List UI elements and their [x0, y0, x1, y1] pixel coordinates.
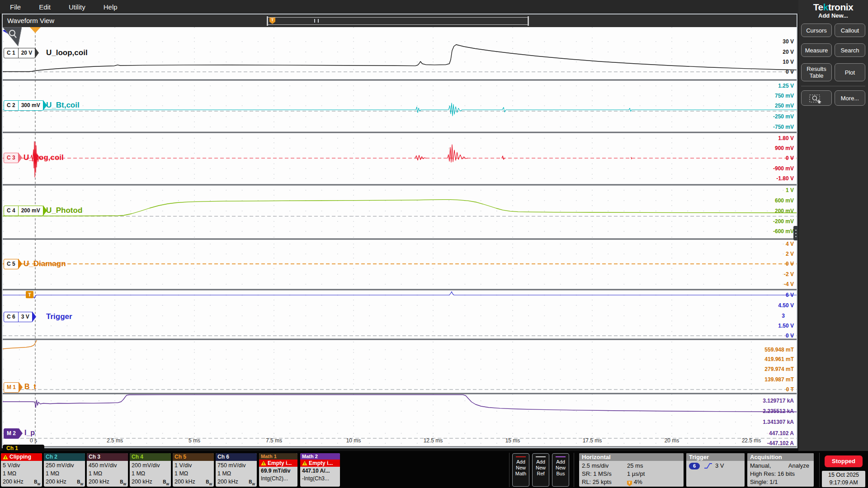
panel-drag-handle-icon[interactable]	[793, 226, 798, 240]
trace-c2	[3, 103, 797, 116]
results-table-button[interactable]: Results Table	[801, 63, 832, 81]
trigger-position-top-marker[interactable]	[30, 27, 41, 33]
record-right-cap	[528, 16, 529, 26]
panel-divider	[801, 86, 865, 86]
channel-label-m2[interactable]: I_p	[24, 428, 35, 437]
channel-handle-m1[interactable]: M 1	[4, 382, 19, 393]
ref-waveform-icon	[536, 456, 546, 457]
scale-label: -4 V	[784, 281, 794, 288]
scale-label: 4.50 V	[778, 302, 794, 309]
selected-channel-tab[interactable]: Ch 1	[3, 445, 44, 452]
scale-label: -1.80 V	[776, 175, 794, 182]
oscilloscope-screen: { "menu": {"items": ["File", "Edit", "Ut…	[0, 0, 868, 488]
warning-icon: !	[302, 461, 307, 465]
trigger-position-icon: T	[627, 481, 632, 486]
channel-badge-ch5[interactable]: Ch 5 1 V/div1 MΩ 200 kHzBW	[173, 453, 214, 487]
x-tick-label: 20 ms	[658, 437, 685, 444]
scale-label: -750 mV	[773, 123, 794, 131]
channel-label-m1[interactable]: B_t	[24, 382, 36, 391]
channel-handle-m2[interactable]: M 2	[4, 428, 19, 439]
add-new-bus-button[interactable]: Add New Bus	[552, 453, 569, 487]
channel-badge-ch6[interactable]: Ch 6 750 mV/div1 MΩ 200 kHzBW	[216, 453, 257, 487]
scale-label: 4 V	[786, 240, 794, 248]
channel-label-c1[interactable]: U_loop,coil	[46, 48, 88, 57]
add-new-math-button[interactable]: Add New Math	[512, 453, 529, 487]
channel-handle-c3[interactable]: C 3	[4, 153, 19, 163]
scale-label: 559.948 mT	[764, 346, 794, 353]
trigger-source-badge[interactable]: T	[26, 291, 33, 298]
add-new-ref-button[interactable]: Add New Ref	[532, 453, 549, 487]
scale-label: 600 mV	[775, 197, 794, 204]
scale-label: 0 V	[786, 68, 794, 75]
bw-limit-badge: BW	[120, 478, 126, 486]
scale-label: 0 T	[786, 386, 794, 393]
zoom-mode-button[interactable]	[801, 90, 832, 106]
channel-scale: 20 V	[18, 48, 35, 58]
channel-label-c5[interactable]: U_Diamagn	[24, 259, 66, 268]
channel-scale: 300 mV	[18, 101, 43, 110]
scale-label: 900 mV	[775, 145, 794, 152]
search-button[interactable]: Search	[835, 43, 865, 57]
channel-id: C 6	[4, 312, 18, 322]
zoom-corner-icon[interactable]	[3, 27, 22, 46]
channel-id: M 1	[4, 383, 19, 392]
trigger-panel[interactable]: Trigger 6 3 V	[686, 453, 745, 487]
scale-label: -900 mV	[773, 165, 794, 172]
scale-label: 447.102 A	[769, 430, 794, 437]
math1-badge[interactable]: Math 1 !Empty i... 69.9 mT/divIntg(Ch2).…	[259, 453, 297, 487]
scale-label: -200 mV	[773, 218, 794, 225]
channel-badge-ch4[interactable]: Ch 4 200 mV/div1 MΩ 200 kHzBW	[130, 453, 171, 487]
math2-badge[interactable]: Math 2 !Empty i... 447.10 A/...-Intg(Ch3…	[300, 453, 340, 487]
channel-badge-ch2[interactable]: Ch 2 250 mV/div1 MΩ 200 kHzBW	[44, 453, 85, 487]
zero-baselines	[3, 72, 797, 438]
scale-label: 0 V	[786, 260, 794, 267]
scale-label: 10 V	[783, 58, 794, 66]
callout-button[interactable]: Callout	[835, 23, 865, 37]
x-tick-label: 2.5 ms	[101, 437, 128, 444]
trace-c6	[3, 292, 797, 299]
menu-edit[interactable]: Edit	[39, 3, 51, 11]
channel-id: M 2	[4, 429, 19, 438]
run-stop-status-button[interactable]: Stopped	[825, 455, 863, 467]
channel-label-c3[interactable]: U_Rog,coil	[24, 153, 64, 162]
acquisition-panel[interactable]: Acquisition Manual,Analyze High Res: 16 …	[747, 453, 814, 487]
trigger-source-number: 6	[689, 463, 700, 469]
more-button[interactable]: More...	[835, 90, 865, 106]
channel-handle-c1[interactable]: C 1 20 V	[4, 48, 35, 58]
channel-label-c6[interactable]: Trigger	[46, 312, 72, 321]
slice-separators	[3, 80, 797, 394]
channel-id: C 4	[4, 206, 18, 216]
x-tick-label: 5 ms	[181, 437, 208, 444]
channel-label-c4[interactable]: U_Photod	[46, 206, 82, 215]
grid-dots	[3, 27, 797, 447]
add-new-label[interactable]: Add New...	[798, 12, 868, 19]
menu-file[interactable]: File	[10, 3, 21, 11]
channel-badge-ch1[interactable]: !Clipping 5 V/div1 MΩ 200 kHzBW	[1, 453, 42, 487]
channel-handle-c4[interactable]: C 4 200 mV	[4, 206, 43, 216]
scale-label: 750 mV	[775, 92, 794, 99]
record-view-bracket[interactable]: T	[267, 17, 529, 25]
bw-limit-badge: BW	[206, 478, 212, 486]
measure-button[interactable]: Measure	[801, 43, 832, 57]
scale-label: 6 V	[786, 291, 794, 299]
channel-label-c2[interactable]: U_Bt,coil	[46, 101, 80, 110]
channel-badge-ch3[interactable]: Ch 3 450 mV/div1 MΩ 200 kHzBW	[87, 453, 128, 487]
trigger-position-marker[interactable]: T	[269, 18, 275, 24]
menu-utility[interactable]: Utility	[69, 3, 85, 11]
channel-handle-c5[interactable]: C 5	[4, 259, 19, 269]
cursors-button[interactable]: Cursors	[801, 23, 832, 37]
menu-help[interactable]: Help	[104, 3, 118, 11]
channel-handle-c6[interactable]: C 6 3 V	[4, 312, 33, 322]
trace-m1	[3, 341, 37, 349]
horizontal-panel[interactable]: Horizontal 2.5 ms/div25 ms SR: 1 MS/s1 µ…	[579, 453, 684, 487]
channel-handle-c2[interactable]: C 2 300 mV	[4, 100, 43, 111]
scale-label: 2.235512 kA	[763, 408, 794, 415]
waveform-window: Waveform View T	[2, 14, 797, 448]
warning-icon: !	[261, 461, 266, 465]
scale-label: 2 V	[786, 250, 794, 258]
bw-limit-badge: BW	[249, 478, 255, 486]
right-panel: Tektronix Add New... Cursors Callout Mea…	[798, 0, 868, 451]
plot-button[interactable]: Plot	[835, 63, 865, 81]
x-tick-label: 15 ms	[499, 437, 526, 444]
channel-scale: 3 V	[18, 312, 32, 322]
